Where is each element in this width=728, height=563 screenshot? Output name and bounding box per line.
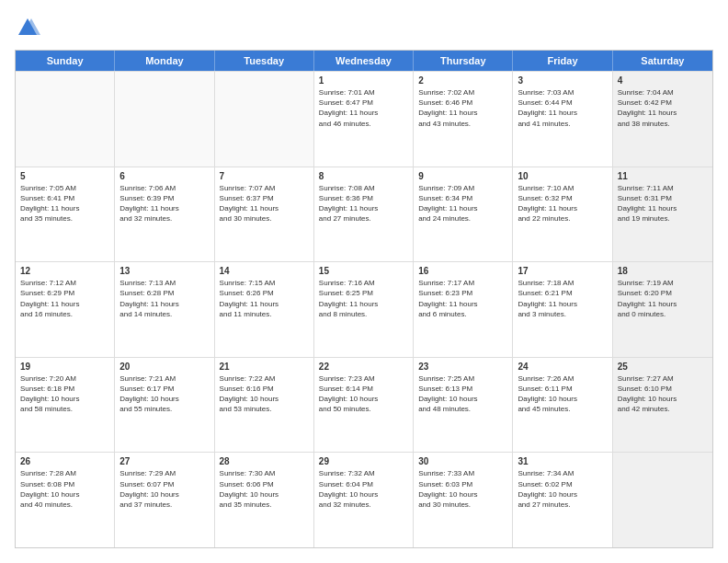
cell-info: Sunrise: 7:33 AM Sunset: 6:03 PM Dayligh…	[418, 468, 507, 510]
cell-info: Sunrise: 7:07 AM Sunset: 6:37 PM Dayligh…	[220, 183, 309, 224]
day-number: 31	[518, 456, 607, 466]
day-number: 28	[220, 456, 309, 466]
calendar-cell-4-3: 29Sunrise: 7:32 AM Sunset: 6:04 PM Dayli…	[314, 453, 414, 547]
calendar-header: SundayMondayTuesdayWednesdayThursdayFrid…	[16, 51, 712, 71]
day-number: 15	[319, 266, 408, 276]
header-day-tuesday: Tuesday	[215, 51, 314, 71]
calendar-cell-1-1: 6Sunrise: 7:06 AM Sunset: 6:39 PM Daylig…	[115, 167, 214, 262]
day-number: 7	[220, 171, 309, 181]
calendar-cell-3-2: 21Sunrise: 7:22 AM Sunset: 6:16 PM Dayli…	[215, 358, 314, 453]
calendar-row-1: 5Sunrise: 7:05 AM Sunset: 6:41 PM Daylig…	[16, 167, 712, 262]
calendar-cell-4-1: 27Sunrise: 7:29 AM Sunset: 6:07 PM Dayli…	[115, 453, 214, 547]
cell-info: Sunrise: 7:26 AM Sunset: 6:11 PM Dayligh…	[518, 373, 607, 415]
calendar-cell-1-6: 11Sunrise: 7:11 AM Sunset: 6:31 PM Dayli…	[613, 167, 712, 262]
calendar-cell-3-6: 25Sunrise: 7:27 AM Sunset: 6:10 PM Dayli…	[613, 358, 712, 453]
day-number: 23	[418, 362, 507, 372]
calendar-cell-2-0: 12Sunrise: 7:12 AM Sunset: 6:29 PM Dayli…	[16, 262, 115, 357]
day-number: 10	[518, 171, 607, 181]
calendar-cell-2-2: 14Sunrise: 7:15 AM Sunset: 6:26 PM Dayli…	[215, 262, 314, 357]
cell-info: Sunrise: 7:16 AM Sunset: 6:25 PM Dayligh…	[319, 278, 408, 319]
calendar-cell-0-5: 3Sunrise: 7:03 AM Sunset: 6:44 PM Daylig…	[513, 72, 612, 167]
calendar-cell-2-4: 16Sunrise: 7:17 AM Sunset: 6:23 PM Dayli…	[414, 262, 513, 357]
calendar-cell-0-2	[215, 72, 314, 167]
cell-info: Sunrise: 7:10 AM Sunset: 6:32 PM Dayligh…	[518, 183, 607, 224]
day-number: 2	[418, 75, 507, 86]
day-number: 5	[20, 171, 109, 181]
calendar-cell-2-5: 17Sunrise: 7:18 AM Sunset: 6:21 PM Dayli…	[513, 262, 612, 357]
day-number: 26	[20, 456, 109, 466]
calendar: SundayMondayTuesdayWednesdayThursdayFrid…	[15, 50, 713, 548]
cell-info: Sunrise: 7:17 AM Sunset: 6:23 PM Dayligh…	[418, 278, 507, 319]
cell-info: Sunrise: 7:02 AM Sunset: 6:46 PM Dayligh…	[418, 87, 507, 129]
day-number: 12	[20, 266, 109, 276]
cell-info: Sunrise: 7:21 AM Sunset: 6:17 PM Dayligh…	[119, 373, 209, 415]
calendar-cell-3-5: 24Sunrise: 7:26 AM Sunset: 6:11 PM Dayli…	[513, 358, 612, 453]
cell-info: Sunrise: 7:27 AM Sunset: 6:10 PM Dayligh…	[618, 373, 708, 415]
day-number: 8	[319, 171, 408, 181]
calendar-cell-1-2: 7Sunrise: 7:07 AM Sunset: 6:37 PM Daylig…	[215, 167, 314, 262]
day-number: 27	[119, 456, 209, 466]
calendar-cell-2-1: 13Sunrise: 7:13 AM Sunset: 6:28 PM Dayli…	[115, 262, 214, 357]
cell-info: Sunrise: 7:34 AM Sunset: 6:02 PM Dayligh…	[518, 468, 607, 510]
calendar-cell-0-0	[16, 72, 115, 167]
day-number: 16	[418, 266, 507, 276]
calendar-cell-4-4: 30Sunrise: 7:33 AM Sunset: 6:03 PM Dayli…	[414, 453, 513, 547]
logo-icon	[15, 15, 40, 40]
calendar-cell-0-1	[115, 72, 214, 167]
calendar-body: 1Sunrise: 7:01 AM Sunset: 6:47 PM Daylig…	[16, 71, 712, 547]
calendar-cell-4-6	[613, 453, 712, 547]
calendar-cell-0-4: 2Sunrise: 7:02 AM Sunset: 6:46 PM Daylig…	[414, 72, 513, 167]
calendar-cell-1-0: 5Sunrise: 7:05 AM Sunset: 6:41 PM Daylig…	[16, 167, 115, 262]
day-number: 1	[319, 75, 408, 86]
calendar-cell-1-5: 10Sunrise: 7:10 AM Sunset: 6:32 PM Dayli…	[513, 167, 612, 262]
cell-info: Sunrise: 7:22 AM Sunset: 6:16 PM Dayligh…	[220, 373, 309, 415]
calendar-cell-4-5: 31Sunrise: 7:34 AM Sunset: 6:02 PM Dayli…	[513, 453, 612, 547]
day-number: 20	[119, 362, 209, 372]
cell-info: Sunrise: 7:01 AM Sunset: 6:47 PM Dayligh…	[319, 87, 408, 129]
cell-info: Sunrise: 7:06 AM Sunset: 6:39 PM Dayligh…	[119, 183, 209, 224]
header-day-sunday: Sunday	[16, 51, 115, 71]
day-number: 13	[119, 266, 209, 276]
cell-info: Sunrise: 7:28 AM Sunset: 6:08 PM Dayligh…	[20, 468, 109, 510]
header	[15, 15, 713, 40]
cell-info: Sunrise: 7:12 AM Sunset: 6:29 PM Dayligh…	[20, 278, 109, 319]
calendar-row-2: 12Sunrise: 7:12 AM Sunset: 6:29 PM Dayli…	[16, 261, 712, 357]
calendar-cell-3-0: 19Sunrise: 7:20 AM Sunset: 6:18 PM Dayli…	[16, 358, 115, 453]
day-number: 21	[220, 362, 309, 372]
calendar-row-3: 19Sunrise: 7:20 AM Sunset: 6:18 PM Dayli…	[16, 357, 712, 453]
cell-info: Sunrise: 7:13 AM Sunset: 6:28 PM Dayligh…	[119, 278, 209, 319]
day-number: 9	[418, 171, 507, 181]
day-number: 22	[319, 362, 408, 372]
day-number: 24	[518, 362, 607, 372]
day-number: 6	[119, 171, 209, 181]
header-day-saturday: Saturday	[613, 51, 712, 71]
calendar-row-4: 26Sunrise: 7:28 AM Sunset: 6:08 PM Dayli…	[16, 452, 712, 547]
calendar-cell-4-2: 28Sunrise: 7:30 AM Sunset: 6:06 PM Dayli…	[215, 453, 314, 547]
cell-info: Sunrise: 7:08 AM Sunset: 6:36 PM Dayligh…	[319, 183, 408, 224]
day-number: 11	[618, 171, 708, 181]
calendar-cell-2-3: 15Sunrise: 7:16 AM Sunset: 6:25 PM Dayli…	[314, 262, 414, 357]
day-number: 29	[319, 456, 408, 466]
calendar-cell-0-3: 1Sunrise: 7:01 AM Sunset: 6:47 PM Daylig…	[314, 72, 414, 167]
cell-info: Sunrise: 7:20 AM Sunset: 6:18 PM Dayligh…	[20, 373, 109, 415]
cell-info: Sunrise: 7:18 AM Sunset: 6:21 PM Dayligh…	[518, 278, 607, 319]
calendar-cell-2-6: 18Sunrise: 7:19 AM Sunset: 6:20 PM Dayli…	[613, 262, 712, 357]
calendar-cell-1-3: 8Sunrise: 7:08 AM Sunset: 6:36 PM Daylig…	[314, 167, 414, 262]
header-day-wednesday: Wednesday	[314, 51, 414, 71]
header-day-thursday: Thursday	[414, 51, 513, 71]
calendar-row-0: 1Sunrise: 7:01 AM Sunset: 6:47 PM Daylig…	[16, 71, 712, 167]
calendar-cell-4-0: 26Sunrise: 7:28 AM Sunset: 6:08 PM Dayli…	[16, 453, 115, 547]
day-number: 25	[618, 362, 708, 372]
calendar-cell-3-1: 20Sunrise: 7:21 AM Sunset: 6:17 PM Dayli…	[115, 358, 214, 453]
cell-info: Sunrise: 7:15 AM Sunset: 6:26 PM Dayligh…	[220, 278, 309, 319]
day-number: 30	[418, 456, 507, 466]
cell-info: Sunrise: 7:11 AM Sunset: 6:31 PM Dayligh…	[618, 183, 708, 224]
cell-info: Sunrise: 7:23 AM Sunset: 6:14 PM Dayligh…	[319, 373, 408, 415]
cell-info: Sunrise: 7:29 AM Sunset: 6:07 PM Dayligh…	[119, 468, 209, 510]
day-number: 18	[618, 266, 708, 276]
cell-info: Sunrise: 7:04 AM Sunset: 6:42 PM Dayligh…	[618, 87, 708, 129]
header-day-friday: Friday	[513, 51, 612, 71]
logo	[15, 15, 44, 40]
calendar-cell-1-4: 9Sunrise: 7:09 AM Sunset: 6:34 PM Daylig…	[414, 167, 513, 262]
day-number: 17	[518, 266, 607, 276]
